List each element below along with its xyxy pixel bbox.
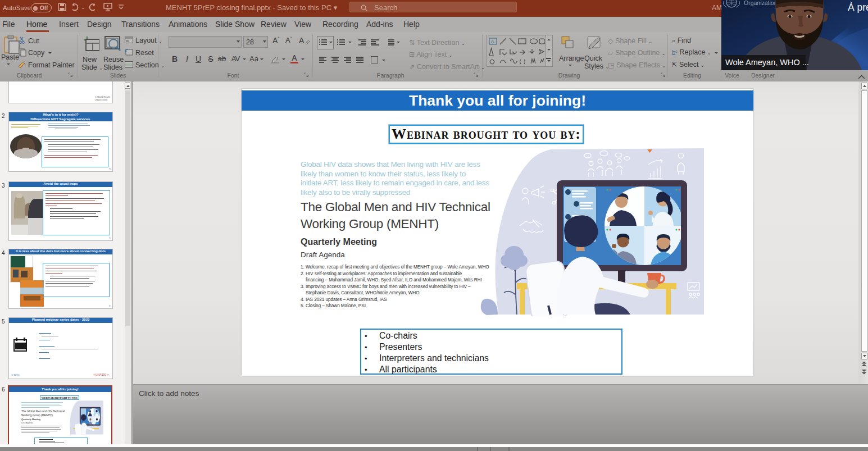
svg-text:Organization: Organization (744, 0, 778, 6)
svg-text:A: A (491, 39, 494, 44)
svg-text:À pre: À pre (848, 2, 868, 13)
svg-text:Wole Ameyan, WHO ...: Wole Ameyan, WHO ... (725, 58, 809, 67)
